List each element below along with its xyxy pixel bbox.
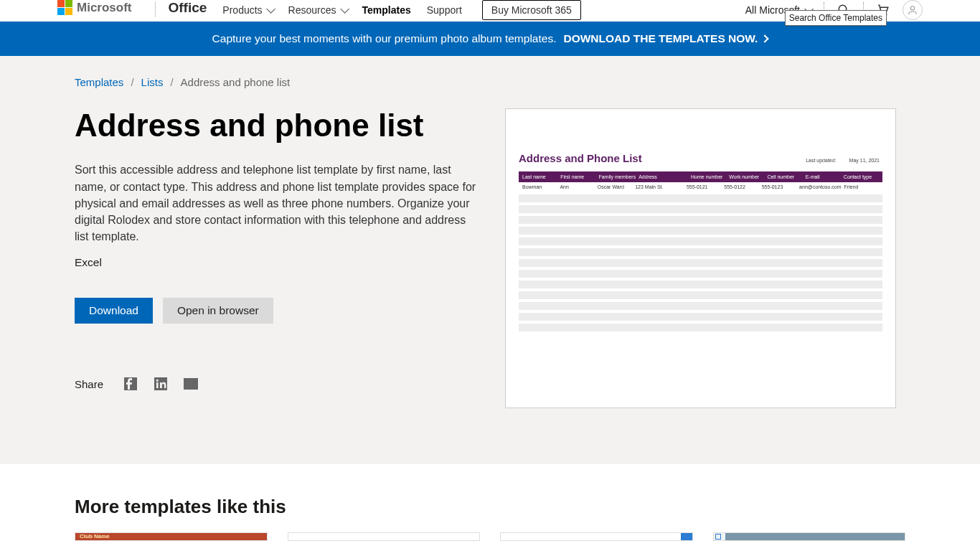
cell: Oscar Ward xyxy=(596,184,633,189)
template-preview: Last updated: May 11, 2021 Address and P… xyxy=(505,108,896,408)
preview-blank-row xyxy=(519,291,882,299)
microsoft-label: Microsoft xyxy=(77,1,132,15)
cell: 555-0121 xyxy=(685,184,722,189)
cell: Bowman xyxy=(521,184,558,189)
email-icon[interactable] xyxy=(182,375,199,392)
nav-templates[interactable]: Templates xyxy=(362,4,411,16)
promo-text: Capture your best moments with our premi… xyxy=(212,32,557,45)
microsoft-logo[interactable]: Microsoft xyxy=(57,0,132,15)
cell: Ann xyxy=(558,184,595,189)
col-email: E-mail xyxy=(804,174,842,179)
user-icon xyxy=(907,4,918,16)
cell: 555-0122 xyxy=(722,184,760,189)
template-card[interactable]: Club Name xyxy=(75,532,268,541)
breadcrumb-lists[interactable]: Lists xyxy=(141,76,164,88)
preview-updated: Last updated: May 11, 2021 xyxy=(806,158,880,163)
col-address: Address xyxy=(637,174,689,179)
more-templates-section: More templates like this Club Name xyxy=(75,496,905,541)
col-type: Contact type xyxy=(842,174,880,179)
promo-cta: DOWNLOAD THE TEMPLATES NOW. xyxy=(563,32,768,45)
col-firstname: First name xyxy=(559,174,597,179)
preview-blank-row xyxy=(519,324,882,331)
nav-resources[interactable]: Resources xyxy=(288,4,347,16)
preview-updated-label: Last updated: xyxy=(806,158,836,163)
action-buttons: Download Open in browser xyxy=(75,298,476,324)
linkedin-icon[interactable] xyxy=(152,375,169,392)
search-tooltip: Search Office Templates xyxy=(785,10,887,26)
cell: 555-0123 xyxy=(760,184,798,189)
breadcrumb-sep: / xyxy=(170,76,173,88)
open-in-browser-button[interactable]: Open in browser xyxy=(163,298,273,324)
template-card[interactable] xyxy=(500,532,693,541)
template-detail: Address and phone list Sort this accessi… xyxy=(75,108,905,408)
svg-point-4 xyxy=(910,6,914,10)
promo-banner[interactable]: Capture your best moments with our premi… xyxy=(0,22,980,56)
preview-updated-value: May 11, 2021 xyxy=(849,158,880,163)
account-avatar[interactable] xyxy=(903,0,923,20)
breadcrumb-templates[interactable]: Templates xyxy=(75,76,123,88)
buy-m365-button[interactable]: Buy Microsoft 365 xyxy=(482,0,581,20)
breadcrumb-sep: / xyxy=(131,76,133,88)
col-family: Family members xyxy=(597,174,637,179)
breadcrumb-current: Address and phone list xyxy=(181,76,291,88)
more-templates-heading: More templates like this xyxy=(75,496,905,518)
preview-blank-row xyxy=(519,302,882,310)
main-region: Templates / Lists / Address and phone li… xyxy=(0,56,980,464)
page-title: Address and phone list xyxy=(75,108,476,143)
nav-templates-label: Templates xyxy=(362,4,411,16)
col-cell: Cell number xyxy=(765,174,804,179)
preview-blank-row xyxy=(519,227,882,235)
chevron-down-icon xyxy=(340,4,349,14)
breadcrumb: Templates / Lists / Address and phone li… xyxy=(75,76,905,88)
nav-links: Products Resources Templates Support Buy… xyxy=(222,0,581,20)
col-home: Home number xyxy=(689,174,727,179)
promo-cta-label: DOWNLOAD THE TEMPLATES NOW. xyxy=(563,32,758,45)
cell: Friend xyxy=(843,184,880,189)
preview-blank-row xyxy=(519,194,882,202)
preview-table-header: Last name First name Family members Addr… xyxy=(519,171,882,182)
svg-rect-5 xyxy=(156,382,159,388)
nav-products[interactable]: Products xyxy=(222,4,272,16)
nav-right: All Microsoft Search Office Templates xyxy=(745,0,923,20)
template-info: Address and phone list Sort this accessi… xyxy=(75,108,476,392)
nav-divider xyxy=(155,1,156,17)
chevron-right-icon xyxy=(761,34,769,42)
preview-blank-row xyxy=(519,205,882,213)
cell: ann@contoso.com xyxy=(798,184,842,189)
nav-support[interactable]: Support xyxy=(427,4,462,16)
preview-blank-row xyxy=(519,281,882,288)
top-nav: Microsoft Office Products Resources Temp… xyxy=(0,0,980,22)
preview-blank-row xyxy=(519,216,882,224)
share-row: Share xyxy=(75,375,476,392)
facebook-icon[interactable] xyxy=(122,375,139,392)
col-lastname: Last name xyxy=(521,174,559,179)
cell: 123 Main St. xyxy=(633,184,685,189)
template-cards: Club Name xyxy=(75,532,905,541)
download-button[interactable]: Download xyxy=(75,298,153,324)
preview-blank-row xyxy=(519,237,882,245)
template-app: Excel xyxy=(75,256,476,269)
preview-blank-row xyxy=(519,313,882,321)
template-card-title: Club Name xyxy=(80,533,110,540)
svg-point-6 xyxy=(156,380,159,382)
microsoft-squares-icon xyxy=(57,0,72,15)
nav-support-label: Support xyxy=(427,4,462,16)
preview-blank-row xyxy=(519,270,882,278)
preview-blank-row xyxy=(519,248,882,256)
chevron-down-icon xyxy=(266,4,275,14)
share-label: Share xyxy=(75,378,103,390)
col-work: Work number xyxy=(727,174,765,179)
template-card[interactable] xyxy=(713,532,906,541)
preview-blank-row xyxy=(519,259,882,267)
nav-products-label: Products xyxy=(222,4,262,16)
nav-resources-label: Resources xyxy=(288,4,336,16)
office-brand[interactable]: Office xyxy=(169,0,207,16)
template-card[interactable] xyxy=(288,532,481,541)
preview-table-row: Bowman Ann Oscar Ward 123 Main St. 555-0… xyxy=(519,182,882,192)
card-thumb-icon xyxy=(715,534,721,540)
page-description: Sort this accessible address and telepho… xyxy=(75,161,476,245)
